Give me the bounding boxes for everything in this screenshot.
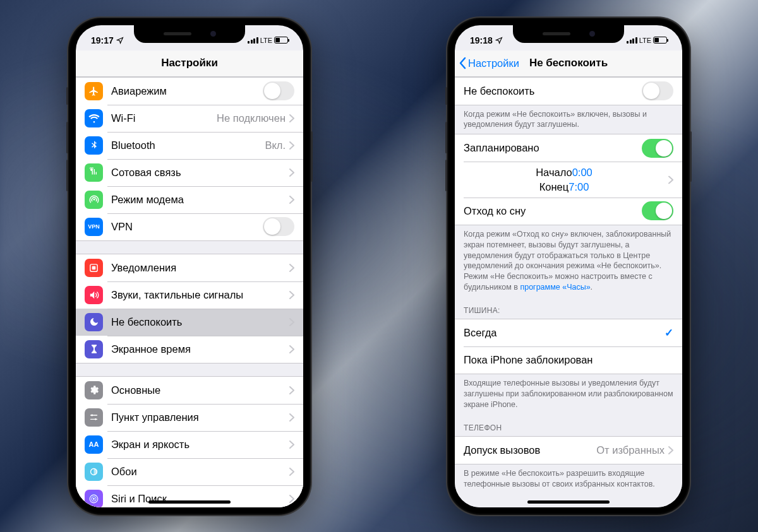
row-label: Обои [111,466,289,478]
notifications-icon [85,259,103,277]
row-label: Авиарежим [111,85,263,97]
row-scheduled[interactable]: Запланировано [455,134,682,162]
row-label: Всегда [464,327,665,339]
settings-row[interactable]: Экранное время [76,336,303,363]
row-value: От избранных [596,444,665,456]
settings-row[interactable]: Siri и Поиск [76,485,303,507]
row-label: Экран и яркость [111,439,289,451]
svg-rect-7 [90,415,97,415]
settings-row[interactable]: BluetoothВкл. [76,132,303,159]
row-label: Не беспокоить [464,85,642,97]
toggle[interactable] [263,81,294,100]
row-silence-locked[interactable]: Пока iPhone заблокирован [455,346,682,374]
chevron-right-icon [289,386,294,394]
toggle-scheduled[interactable] [642,139,673,158]
chevron-right-icon [289,264,294,272]
screen-left: 19:17 LTE Настройки АвиарежимWi-FiНе под… [76,25,303,507]
settings-row[interactable]: Wi-FiНе подключен [76,105,303,132]
general-icon [85,381,103,399]
chevron-right-icon [289,440,294,449]
signal-icon [627,37,637,44]
carrier-label: LTE [639,37,651,44]
nav-bar: Настройки [76,50,303,77]
page-title: Не беспокоить [529,57,608,69]
toggle-bedtime[interactable] [642,201,673,220]
battery-icon [274,37,288,44]
settings-row[interactable]: Сотовая связь [76,159,303,186]
content-right[interactable]: Не беспокоить Когда режим «Не беспокоить… [455,77,682,507]
allowcalls-footer: В режиме «Не беспокоить» разрешить входя… [455,464,682,494]
chevron-right-icon [289,196,294,204]
checkmark-icon: ✓ [665,326,673,340]
row-label: Допуск вызовов [464,444,596,456]
screen-right: 19:18 LTE Настройки Не беспокоить Не бес… [455,25,682,507]
row-label: Уведомления [111,262,289,274]
signal-icon [248,37,258,44]
settings-row[interactable]: Пункт управления [76,404,303,431]
settings-group-general: ОсновныеПункт управленияAAЭкран и яркост… [76,376,303,507]
row-value: Вкл. [265,139,286,151]
settings-row[interactable]: Уведомления [76,254,303,281]
row-label: VPN [111,221,263,233]
controlcenter-icon [85,408,103,427]
toggle-dnd[interactable] [642,81,673,100]
display-icon: AA [85,435,103,454]
chevron-right-icon [289,468,294,476]
home-indicator[interactable] [148,500,231,504]
row-allow-calls[interactable]: Допуск вызовов От избранных [455,437,682,464]
chevron-right-icon [668,446,673,454]
location-icon [495,37,503,44]
row-label: Основные [111,384,289,396]
home-indicator[interactable] [527,500,610,504]
screentime-icon [85,340,103,358]
phone-left: 19:17 LTE Настройки АвиарежимWi-FiНе под… [68,18,311,515]
settings-row[interactable]: VPNVPN [76,213,303,240]
chevron-left-icon [459,57,466,69]
clock-app-link[interactable]: программе «Часы» [520,283,590,292]
settings-row[interactable]: Авиарежим [76,78,303,105]
back-label: Настройки [468,57,519,69]
settings-group-notifications: УведомленияЗвуки, тактильные сигналыНе б… [76,254,303,364]
chevron-right-icon [289,318,294,326]
settings-row[interactable]: Обои [76,458,303,485]
row-dnd[interactable]: Не беспокоить [455,78,682,105]
settings-row[interactable]: Основные [76,377,303,404]
silence-footer: Входящие телефонные вызовы и уведомления… [455,374,682,414]
row-schedule-time[interactable]: Начало 0:00 Конец 7:00 [455,162,682,198]
row-silence-always[interactable]: Всегда ✓ [455,319,682,346]
bedtime-footer: Когда режим «Отход ко сну» включен, забл… [455,225,682,297]
carrier-label: LTE [260,37,272,44]
row-label: Bluetooth [111,139,265,151]
content-left[interactable]: АвиарежимWi-FiНе подключенBluetoothВкл.С… [76,77,303,507]
chevron-right-icon [289,141,294,150]
settings-row[interactable]: Не беспокоить [76,309,303,336]
dnd-icon [85,313,103,331]
row-label: Wi-Fi [111,112,217,124]
settings-row[interactable]: Режим модема [76,186,303,213]
row-label: Не беспокоить [111,316,289,328]
location-icon [116,37,124,44]
settings-row[interactable]: AAЭкран и яркость [76,431,303,458]
dnd-footer: Когда режим «Не беспокоить» включен, выз… [455,105,682,134]
chevron-right-icon [289,345,294,353]
svg-rect-3 [92,266,96,269]
back-button[interactable]: Настройки [459,57,519,69]
battery-icon [653,37,667,44]
silence-header: ТИШИНА: [455,297,682,319]
chevron-right-icon [289,168,294,177]
settings-row[interactable]: Звуки, тактильные сигналы [76,281,303,309]
svg-rect-4 [93,347,95,350]
wallpaper-icon [85,463,103,481]
row-bedtime[interactable]: Отход ко сну [455,198,682,225]
toggle[interactable] [263,217,294,236]
chevron-right-icon [668,175,673,184]
row-label: Сотовая связь [111,167,289,179]
row-label: Звуки, тактильные сигналы [111,289,289,301]
chevron-right-icon [289,495,294,503]
hotspot-icon [85,191,103,209]
row-label: Пункт управления [111,411,289,423]
row-label: Отход ко сну [464,205,642,217]
chevron-right-icon [289,413,294,422]
chevron-right-icon [289,114,294,122]
row-label: Режим модема [111,194,289,206]
